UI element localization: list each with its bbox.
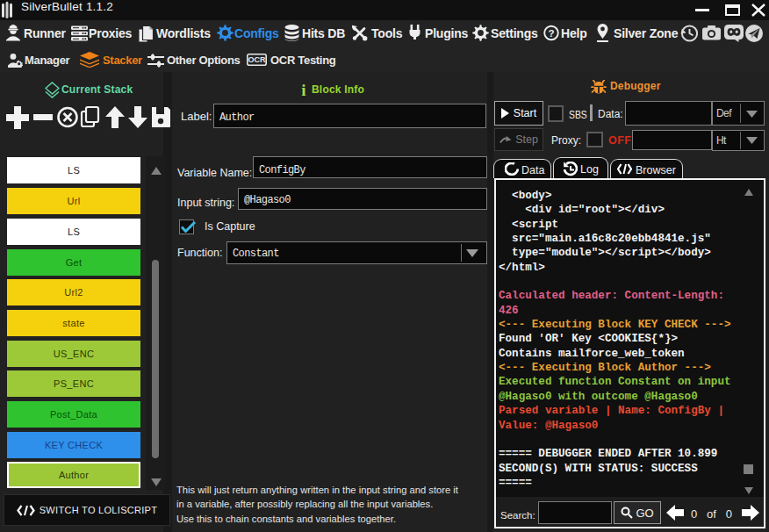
svg-text:?: ? — [548, 28, 554, 39]
svg-text:OCR: OCR — [248, 55, 267, 64]
